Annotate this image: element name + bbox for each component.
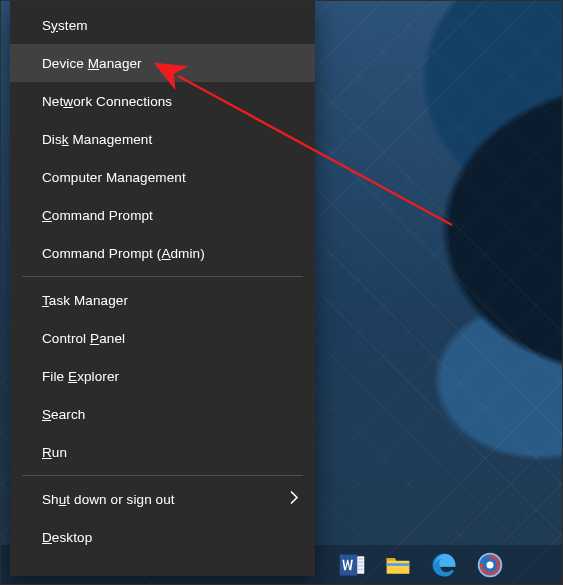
menu-item-run[interactable]: Run	[10, 433, 315, 471]
menu-item-label: Run	[42, 445, 67, 460]
menu-item-system[interactable]: System	[10, 6, 315, 44]
menu-item-label: Task Manager	[42, 293, 128, 308]
svg-rect-4	[358, 565, 363, 567]
menu-item-task-manager[interactable]: Task Manager	[10, 281, 315, 319]
menu-item-computer-management[interactable]: Computer Management	[10, 158, 315, 196]
svg-rect-6	[387, 563, 410, 566]
file-explorer-icon	[384, 551, 412, 579]
menu-item-shutdown-signout[interactable]: Shut down or sign out	[10, 480, 315, 518]
menu-item-label: Command Prompt	[42, 208, 153, 223]
menu-item-command-prompt[interactable]: Command Prompt	[10, 196, 315, 234]
menu-item-label: Computer Management	[42, 170, 186, 185]
menu-item-label: File Explorer	[42, 369, 119, 384]
menu-item-desktop[interactable]: Desktop	[10, 518, 315, 556]
svg-rect-2	[358, 558, 363, 560]
menu-separator	[22, 276, 303, 277]
word-icon	[338, 551, 366, 579]
menu-item-label: Control Panel	[42, 331, 125, 346]
menu-item-network-connections[interactable]: Network Connections	[10, 82, 315, 120]
svg-point-9	[487, 562, 494, 569]
edge-icon	[430, 551, 458, 579]
menu-item-device-manager[interactable]: Device Manager	[10, 44, 315, 82]
menu-item-label: Device Manager	[42, 56, 142, 71]
driver-icon	[476, 551, 504, 579]
taskbar-file-explorer-icon[interactable]	[378, 545, 418, 585]
taskbar-driver-app-icon[interactable]	[470, 545, 510, 585]
menu-separator	[22, 475, 303, 476]
menu-item-command-prompt-admin[interactable]: Command Prompt (Admin)	[10, 234, 315, 272]
taskbar-word-icon[interactable]	[332, 545, 372, 585]
svg-rect-5	[358, 569, 363, 571]
menu-item-label: Shut down or sign out	[42, 492, 175, 507]
chevron-right-icon	[290, 491, 299, 508]
menu-item-label: Desktop	[42, 530, 92, 545]
svg-rect-3	[358, 562, 363, 564]
menu-item-label: Disk Management	[42, 132, 152, 147]
menu-item-search[interactable]: Search	[10, 395, 315, 433]
menu-item-label: Network Connections	[42, 94, 172, 109]
menu-item-file-explorer[interactable]: File Explorer	[10, 357, 315, 395]
menu-item-label: Search	[42, 407, 85, 422]
taskbar-edge-icon[interactable]	[424, 545, 464, 585]
menu-item-label: System	[42, 18, 88, 33]
menu-item-label: Command Prompt (Admin)	[42, 246, 205, 261]
menu-item-disk-management[interactable]: Disk Management	[10, 120, 315, 158]
menu-item-control-panel[interactable]: Control Panel	[10, 319, 315, 357]
winx-context-menu: System Device Manager Network Connection…	[10, 0, 315, 576]
